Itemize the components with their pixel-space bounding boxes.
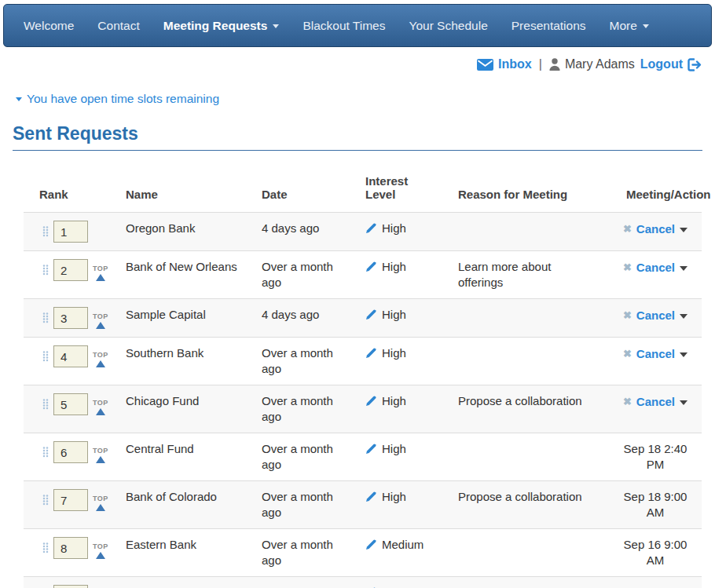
top-label: TOP — [93, 542, 108, 550]
rank-input[interactable] — [53, 585, 88, 588]
rank-input[interactable] — [53, 537, 88, 559]
drag-handle-icon[interactable] — [42, 399, 49, 410]
top-arrow-icon — [96, 456, 105, 463]
meeting-reason: Learn more about offerings — [458, 259, 609, 290]
header-name: Name — [126, 188, 262, 201]
top-indicator[interactable]: TOP — [93, 312, 108, 329]
rank-input[interactable] — [53, 221, 88, 243]
top-indicator[interactable]: TOP — [93, 399, 108, 415]
scheduled-time: Sep 18 9:00 AM — [619, 489, 691, 520]
nav-item-more[interactable]: More — [598, 5, 661, 46]
request-date: Over a month ago — [262, 489, 365, 520]
edit-pencil-icon[interactable] — [365, 491, 377, 502]
nav-item-contact[interactable]: Contact — [86, 5, 151, 46]
interest-level: High — [382, 393, 406, 409]
interest-level: High — [382, 307, 406, 323]
rank-input[interactable] — [53, 345, 88, 367]
x-icon: ✖ — [623, 224, 632, 235]
scheduled-time: Sep 18 2:40 PM — [619, 441, 691, 473]
nav-item-your-schedule[interactable]: Your Schedule — [398, 5, 500, 46]
drag-handle-icon[interactable] — [42, 447, 49, 458]
inbox-link[interactable]: Inbox — [477, 57, 532, 71]
cancel-action[interactable]: ✖ Cancel — [623, 221, 688, 237]
request-date: Over a month ago — [262, 537, 365, 568]
separator: | — [539, 57, 542, 71]
company-name: Sample Capital — [126, 307, 262, 323]
caret-down-icon — [680, 400, 688, 405]
interest-level: High — [382, 345, 406, 361]
logout-label: Logout — [640, 57, 683, 71]
edit-pencil-icon[interactable] — [365, 539, 377, 550]
top-arrow-icon — [96, 322, 105, 329]
table-body: Oregon Bank 4 days ago High ✖ Cancel — [24, 212, 702, 588]
table-row: TOP Southern Bank Over a month ago High … — [24, 337, 702, 385]
caret-down-icon — [680, 352, 688, 357]
user-name-label: Mary Adams — [565, 57, 635, 71]
company-name: Southern Bank — [126, 345, 262, 361]
sent-requests-table: Rank Name Date Interest Level Reason for… — [24, 160, 702, 588]
top-label: TOP — [93, 312, 108, 320]
logout-icon — [688, 58, 702, 71]
logout-link[interactable]: Logout — [640, 57, 702, 71]
nav-item-meeting-requests[interactable]: Meeting Requests — [152, 5, 292, 46]
edit-pencil-icon[interactable] — [365, 347, 377, 359]
main-nav: Welcome Contact Meeting Requests Blackou… — [3, 4, 712, 47]
request-date: Over a month ago — [262, 345, 365, 377]
interest-level: High — [382, 221, 406, 236]
top-label: TOP — [93, 399, 108, 407]
top-arrow-icon — [96, 552, 105, 559]
request-date: Over a month ago — [262, 585, 365, 588]
meeting-reason: Propose a collaboration — [458, 489, 609, 505]
company-name: Chicago Fund — [126, 393, 262, 409]
person-icon — [549, 58, 560, 71]
drag-handle-icon[interactable] — [42, 265, 49, 276]
drag-handle-icon[interactable] — [42, 542, 49, 553]
top-indicator[interactable]: TOP — [93, 265, 108, 281]
nav-item-label: Your Schedule — [409, 19, 488, 33]
interest-level: Medium — [382, 537, 424, 553]
request-date: 4 days ago — [262, 221, 365, 236]
x-icon: ✖ — [623, 396, 632, 407]
rank-input[interactable] — [53, 307, 88, 329]
rank-input[interactable] — [53, 441, 88, 463]
company-name: Eastern Bank — [126, 537, 262, 553]
company-name: Northern Funds — [126, 585, 262, 588]
cancel-action[interactable]: ✖ Cancel — [623, 346, 688, 362]
cancel-action[interactable]: ✖ Cancel — [623, 260, 688, 276]
open-slots-toggle[interactable]: You have open time slots remaining — [16, 92, 219, 106]
top-indicator[interactable]: TOP — [93, 542, 108, 559]
drag-handle-icon[interactable] — [42, 351, 49, 362]
header-reason: Reason for Meeting — [458, 188, 609, 201]
drag-handle-icon[interactable] — [42, 226, 49, 237]
chevron-down-icon — [643, 24, 649, 28]
nav-item-welcome[interactable]: Welcome — [12, 5, 86, 46]
nav-item-label: Meeting Requests — [163, 19, 268, 33]
top-label: TOP — [93, 447, 108, 455]
rank-input[interactable] — [53, 393, 88, 415]
cancel-action[interactable]: ✖ Cancel — [623, 308, 688, 323]
top-indicator[interactable]: TOP — [93, 447, 108, 463]
table-row: TOP Central Fund Over a month ago High S… — [24, 433, 702, 480]
drag-handle-icon[interactable] — [42, 312, 49, 323]
edit-pencil-icon[interactable] — [365, 395, 377, 407]
header-date: Date — [262, 188, 365, 201]
edit-pencil-icon[interactable] — [365, 261, 377, 272]
company-name: Bank of Colorado — [126, 489, 262, 505]
edit-pencil-icon[interactable] — [365, 309, 377, 320]
table-row: TOP Bank of New Orleans Over a month ago… — [24, 250, 702, 298]
user-bar: Inbox | Mary Adams Logout — [0, 47, 715, 71]
cancel-action[interactable]: ✖ Cancel — [623, 394, 688, 410]
drag-handle-icon[interactable] — [42, 495, 49, 506]
table-header-row: Rank Name Date Interest Level Reason for… — [24, 160, 702, 212]
edit-pencil-icon[interactable] — [365, 443, 377, 455]
nav-item-blackout-times[interactable]: Blackout Times — [291, 5, 397, 46]
top-indicator[interactable]: TOP — [93, 495, 108, 511]
edit-pencil-icon[interactable] — [365, 222, 377, 234]
table-row: TOP Sample Capital 4 days ago High ✖ Can… — [24, 298, 702, 337]
rank-input[interactable] — [53, 489, 88, 511]
interest-level: High — [382, 441, 406, 457]
rank-input[interactable] — [53, 259, 88, 281]
nav-item-presentations[interactable]: Presentations — [500, 5, 598, 46]
header-action: Meeting/Action — [626, 188, 684, 201]
top-indicator[interactable]: TOP — [93, 351, 108, 367]
